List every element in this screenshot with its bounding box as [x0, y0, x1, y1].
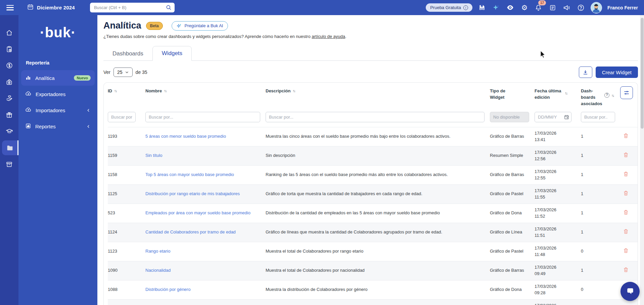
sidebar-item-label: Exportadores [36, 91, 65, 97]
rail-hand-heart-icon[interactable] [0, 91, 18, 106]
column-header-descripcion[interactable]: Descripción↑↓ [266, 88, 490, 94]
column-header-nombre[interactable]: Nombre↑↓ [145, 88, 266, 94]
delete-widget-button[interactable] [623, 190, 629, 196]
sidebar-item-exportadores[interactable]: Exportadores [21, 86, 95, 102]
global-search [90, 3, 175, 12]
sort-icon[interactable]: ↑↓ [292, 88, 295, 94]
widget-last-edited: 17/03/202609:28 [535, 284, 581, 296]
widget-description: Distribución de la cantidad de empleados… [266, 210, 490, 216]
widget-description: Gráfico de líneas que muestra la cantida… [266, 229, 490, 235]
widget-name-link[interactable]: Empleados por área con mayor sueldo base… [145, 210, 250, 215]
filter-id-input[interactable] [108, 112, 136, 122]
sort-icon[interactable]: ↑↓ [164, 88, 166, 94]
widget-last-edited: 17/03/202613:41 [535, 130, 581, 142]
sort-icon[interactable]: ↑↓ [114, 88, 117, 94]
delete-widget-button[interactable] [623, 152, 629, 158]
rail-graduation-cap-icon[interactable] [0, 124, 18, 139]
widget-name-link[interactable]: Cantidad de Colaboradores por tramo de e… [145, 229, 236, 234]
search-input[interactable] [90, 3, 175, 12]
page-size-select[interactable]: 25 [113, 68, 133, 77]
news-list-icon[interactable] [548, 3, 557, 12]
tab-bar: Dashboards Widgets [103, 46, 638, 61]
delete-widget-button[interactable] [623, 248, 629, 254]
table-row: 1193 5 áreas con menor sueldo base prome… [108, 127, 638, 146]
delete-widget-button[interactable] [623, 209, 629, 215]
sidebar-item-label: Reportes [35, 124, 56, 129]
rail-gift-icon[interactable] [0, 107, 18, 122]
filter-dashboards-input[interactable] [581, 112, 615, 122]
filter-descripcion-input[interactable] [266, 112, 485, 122]
delete-widget-button[interactable] [623, 133, 629, 139]
delete-widget-button[interactable] [623, 267, 629, 273]
search-icon[interactable] [166, 4, 172, 12]
filter-nombre-input[interactable] [145, 112, 260, 122]
widget-id: 1158 [108, 172, 145, 178]
rail-clipboard-clock-icon[interactable] [0, 42, 18, 56]
ai-sparkle-icon[interactable] [492, 3, 501, 12]
bar-chart-icon [25, 75, 31, 82]
table-row: 1087 Distribución por nacionalidad Sin d… [108, 299, 638, 305]
tab-widgets[interactable]: Widgets [152, 46, 192, 61]
gear-icon[interactable]: ⚙ [520, 3, 529, 12]
free-trial-button[interactable]: Prueba Gratuita i [426, 3, 472, 12]
widget-dashboards-count: 1 [581, 172, 620, 178]
ask-buk-ai-button[interactable]: Pregúntale a Buk AI [172, 21, 228, 31]
scrollbar-thumb[interactable] [641, 18, 644, 129]
help-icon[interactable] [577, 3, 585, 12]
megaphone-icon[interactable] [562, 3, 571, 12]
widget-name-link[interactable]: Distribución por rango etario de mis tra… [145, 191, 240, 196]
widget-id: 1125 [108, 191, 145, 197]
menu-icon[interactable] [6, 5, 14, 10]
beta-badge: Beta [146, 22, 163, 30]
vertical-scrollbar[interactable] [640, 15, 644, 305]
widget-name-link[interactable]: 5 áreas con menor sueldo base promedio [145, 134, 226, 139]
widget-description: Ranking de las 5 áreas con el sueldo bas… [266, 172, 490, 178]
table-row: 1088 Distribución por género Muestra la … [108, 280, 638, 299]
column-help-icon[interactable]: ? [604, 93, 609, 98]
chat-button[interactable] [620, 282, 640, 301]
widget-description: Sin descripción [266, 152, 490, 159]
chat-bubble-icon [626, 287, 635, 296]
help-article-link[interactable]: artículo de ayuda [312, 34, 345, 39]
widget-dashboards-count: 1 [581, 229, 620, 235]
create-widget-button[interactable]: Crear Widget [596, 67, 638, 78]
widget-name-link[interactable]: Distribución por género [145, 287, 190, 292]
sort-icon[interactable]: ↑↓ [611, 93, 614, 98]
period-selector[interactable]: Diciembre 2024 [27, 4, 75, 11]
widget-name-link[interactable]: Rango etario [145, 249, 170, 254]
sidebar-section-reporteria: Reportería [26, 60, 97, 66]
delete-widget-button[interactable] [623, 228, 629, 234]
download-button[interactable] [579, 67, 592, 78]
sidebar-item-analitica[interactable]: Analítica Nuevo [21, 70, 95, 86]
widget-type: Gráfico de Dona [490, 287, 535, 293]
sort-icon[interactable]: ↑↓ [565, 91, 567, 96]
rail-bag-clock-icon[interactable] [0, 75, 18, 89]
notifications-bell-icon[interactable]: 17 [534, 3, 543, 12]
sidebar-item-reportes[interactable]: Reportes [21, 119, 95, 134]
widget-id: 1124 [108, 229, 145, 235]
rail-archive-icon[interactable] [0, 157, 18, 172]
column-header-id[interactable]: ID↑↓ [108, 88, 145, 94]
widget-last-edited: 17/03/202609:49 [535, 264, 581, 276]
rail-home-icon[interactable] [0, 25, 18, 40]
column-header-tipo: Tipo de Widget [490, 88, 535, 101]
widget-name-link[interactable]: Sin título [145, 153, 163, 158]
column-header-fecha[interactable]: Fecha última edición↑↓ [535, 88, 581, 101]
widget-name-link[interactable]: Top 5 áreas con mayor sueldo base promed… [145, 172, 234, 177]
column-header-dashboards[interactable]: Dash­boards asociados?↑↓ [581, 88, 620, 107]
delete-widget-button[interactable] [623, 171, 629, 177]
widget-dashboards-count: 1 [581, 267, 620, 273]
chevron-down-icon [125, 70, 129, 74]
widget-type: Resumen Simple [490, 152, 535, 159]
sidebar-item-importadores[interactable]: Importadores [21, 102, 95, 118]
tab-dashboards[interactable]: Dashboards [103, 47, 152, 61]
eye-icon[interactable] [506, 3, 515, 12]
save-icon[interactable] [478, 3, 487, 12]
avatar[interactable] [591, 2, 602, 13]
rail-folder-icon-active[interactable] [2, 140, 18, 155]
rail-money-icon[interactable] [0, 58, 18, 73]
table-settings-button[interactable] [620, 86, 633, 99]
calendar-icon[interactable] [564, 115, 569, 120]
widget-name-link[interactable]: Nacionalidad [145, 268, 171, 273]
widget-id: 523 [108, 210, 145, 216]
